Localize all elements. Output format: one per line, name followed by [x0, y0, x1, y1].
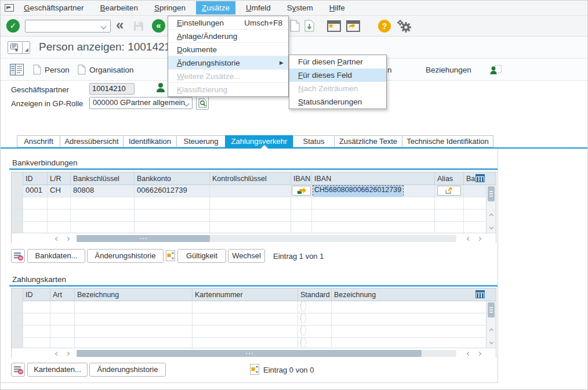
scroll-left-icon[interactable]	[52, 234, 62, 243]
iban-detail-icon[interactable]	[292, 186, 311, 196]
tab-zusaetzliche-texte[interactable]: Zusätzliche Texte	[334, 135, 402, 147]
locator-toggle-icon[interactable]	[9, 62, 25, 77]
organisation-button[interactable]: Organisation	[78, 62, 134, 77]
card-row-empty[interactable]	[12, 301, 487, 313]
menu-item-dokumente[interactable]: Dokumente	[168, 43, 288, 56]
delete-bank-row-icon[interactable]	[11, 249, 25, 263]
scrollbar-thumb[interactable]	[488, 186, 495, 201]
bank-row-1[interactable]: 0001 CH 80808 006626012739 CH56808080066…	[12, 185, 487, 197]
card-row-empty[interactable]	[12, 326, 487, 338]
bank-vertical-scrollbar[interactable]	[486, 185, 496, 233]
beziehungen-button[interactable]: Beziehungen	[426, 62, 471, 77]
scroll-up-icon[interactable]	[487, 324, 496, 336]
services-dropdown-icon[interactable]	[23, 41, 30, 54]
scroll-left-icon[interactable]	[464, 234, 474, 243]
cell-bank[interactable]	[464, 185, 487, 197]
menu-springen[interactable]: Springen	[148, 1, 191, 15]
row-selector[interactable]	[12, 185, 23, 197]
scroll-down-icon[interactable]	[487, 221, 496, 233]
iban-selected-text[interactable]: CH5680808006626012739	[313, 186, 403, 197]
bank-row-empty[interactable]	[12, 210, 487, 222]
role-combobox[interactable]: 000000 GPartner allgemein	[89, 97, 193, 109]
bank-aenderungshistorie-button[interactable]: Änderungshistorie	[87, 249, 164, 263]
menu-geschaeftspartner[interactable]: Geschäftspartner	[18, 1, 90, 15]
cards-vertical-scrollbar[interactable]	[486, 301, 496, 348]
standard-radio[interactable]	[300, 338, 306, 348]
col-bankkonto[interactable]: Bankkonto	[135, 172, 210, 185]
cell-lr[interactable]: CH	[48, 185, 71, 197]
scroll-up-icon[interactable]	[487, 210, 496, 221]
sort-toggle-icon[interactable]	[250, 364, 259, 377]
menu-system[interactable]: System	[281, 1, 319, 15]
bank-row-empty[interactable]	[12, 222, 487, 233]
menu-bearbeiten[interactable]: Bearbeiten	[95, 1, 144, 15]
col-bezeichnung-2[interactable]: Bezeichnung	[332, 288, 487, 301]
help-icon[interactable]: ?	[378, 19, 391, 35]
role-history-icon[interactable]	[196, 96, 209, 110]
new-session-star-icon[interactable]	[327, 20, 341, 34]
col-iban[interactable]: IBAN	[312, 172, 435, 185]
standard-radio[interactable]	[300, 326, 306, 336]
menu-item-einstellungen[interactable]: Einstellungen Umsch+F8	[168, 16, 288, 30]
scroll-left-icon[interactable]	[464, 349, 474, 358]
cards-aenderungshistorie-button[interactable]: Änderungshistorie	[89, 363, 166, 377]
scrollbar-thumb[interactable]	[77, 350, 422, 357]
cell-bankschluessel[interactable]: 80808	[71, 185, 135, 197]
col-bezeichnung[interactable]: Bezeichnung	[75, 288, 193, 301]
tab-technische-identifikation[interactable]: Technische Identifikation	[402, 135, 493, 147]
bankdaten-button[interactable]: Bankdaten...	[27, 249, 85, 263]
partner-field[interactable]: 10014210	[89, 83, 135, 95]
system-menu-icon[interactable]	[1, 4, 18, 12]
wechsel-button[interactable]: Wechsel	[228, 249, 265, 263]
switch-partner-person-icon[interactable]	[489, 62, 502, 77]
kartendaten-button[interactable]: Kartendaten...	[27, 363, 88, 377]
submenu-item-statusaenderungen[interactable]: Statusänderungen	[289, 95, 386, 109]
col-bankschluessel[interactable]: Bankschlüssel	[71, 172, 135, 185]
customize-layout-gear-icon[interactable]	[397, 19, 412, 35]
col-iban-icon[interactable]: IBAN	[291, 172, 312, 185]
submenu-item-fuer-dieses-feld[interactable]: Für dieses Feld	[289, 68, 386, 82]
scrollbar-thumb[interactable]	[77, 235, 210, 242]
col-kartennummer[interactable]: Kartennummer	[193, 288, 298, 301]
tab-status[interactable]: Status	[293, 135, 335, 147]
services-for-object-icon[interactable]	[8, 41, 23, 54]
cell-kontrollschluessel[interactable]	[210, 185, 291, 197]
scroll-right-icon[interactable]	[474, 234, 484, 243]
menu-umfeld[interactable]: Umfeld	[240, 1, 277, 15]
scroll-right-icon[interactable]	[474, 349, 484, 358]
back-icon[interactable]: «	[116, 17, 124, 33]
menu-hilfe[interactable]: Hilfe	[324, 1, 351, 15]
scroll-down-icon[interactable]	[487, 336, 496, 348]
menu-item-anlage-aenderung[interactable]: Anlage/Änderung	[168, 30, 288, 43]
cell-id[interactable]: 0001	[23, 185, 48, 197]
command-field[interactable]	[25, 20, 111, 32]
exit-button[interactable]: «	[152, 19, 165, 32]
partially-hidden-button[interactable]: n	[387, 62, 392, 77]
bank-horizontal-scrollbar[interactable]	[12, 233, 496, 243]
person-button[interactable]: Person	[33, 62, 70, 77]
tab-adressuebersicht[interactable]: Adressübersicht	[60, 135, 124, 147]
cell-bankkonto[interactable]: 006626012739	[135, 185, 210, 197]
tab-zahlungsverkehr[interactable]: Zahlungsverkehr	[225, 135, 293, 147]
col-lr[interactable]: L/R	[48, 172, 71, 185]
submenu-item-fuer-diesen-partner[interactable]: Für diesen Partner	[289, 55, 386, 68]
col-art[interactable]: Art	[50, 288, 75, 301]
gueltigkeit-button[interactable]: Gültigkeit	[177, 249, 226, 263]
col-id[interactable]: ID	[23, 172, 48, 185]
tab-steuerung[interactable]: Steuerung	[176, 135, 226, 147]
card-row-empty[interactable]	[12, 313, 487, 326]
scroll-right-icon[interactable]	[63, 349, 72, 358]
col-kontrollschluessel[interactable]: Kontrollschlüssel	[210, 172, 291, 185]
bank-row-empty[interactable]	[12, 197, 487, 210]
menu-item-aenderungshistorie[interactable]: Änderungshistorie ▶	[168, 56, 288, 70]
scrollbar-thumb[interactable]	[488, 302, 495, 317]
col-id[interactable]: ID	[23, 288, 50, 301]
standard-radio[interactable]	[300, 301, 306, 312]
cell-iban[interactable]: CH5680808006626012739	[312, 185, 435, 197]
tab-identifikation[interactable]: Identifikation	[123, 135, 177, 147]
scroll-left-icon[interactable]	[52, 349, 62, 358]
standard-radio[interactable]	[300, 313, 306, 324]
create-shortcut-icon[interactable]	[346, 20, 360, 34]
cards-horizontal-scrollbar[interactable]	[12, 348, 496, 358]
enter-button[interactable]: ✓	[6, 19, 20, 32]
